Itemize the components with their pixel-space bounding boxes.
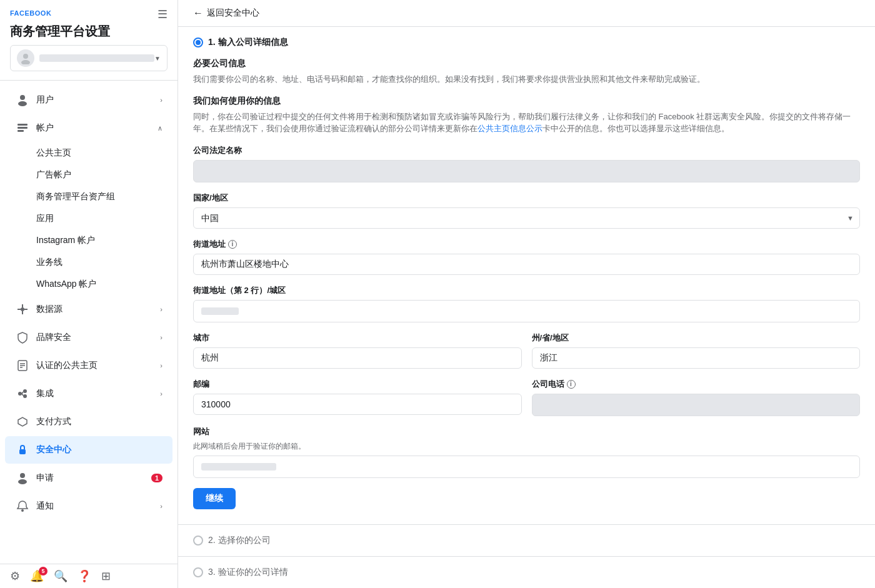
sidebar-subitem-ad-accounts[interactable]: 广告帐户	[5, 164, 172, 186]
users-label: 用户	[36, 94, 160, 106]
svg-rect-4	[18, 124, 28, 126]
help-icon[interactable]: ❓	[78, 569, 91, 583]
continue-button[interactable]: 继续	[193, 488, 236, 509]
step-2-header[interactable]: 2. 选择你的公司	[178, 525, 875, 556]
sidebar-item-integration[interactable]: 集成 ›	[5, 380, 172, 407]
sidebar-item-brand-safety[interactable]: 品牌安全 ›	[5, 324, 172, 351]
step-1-section: 1. 输入公司详细信息 必要公司信息 我们需要你公司的名称、地址、电话号码和邮箱…	[178, 27, 875, 525]
step-3-header[interactable]: 3. 验证你的公司详情	[178, 557, 875, 588]
svg-point-7	[21, 307, 24, 311]
state-group: 州/省/地区	[532, 332, 861, 369]
chevron-icon: ›	[160, 306, 162, 313]
integration-icon	[15, 386, 30, 401]
website-label: 网站	[193, 426, 860, 437]
sidebar-subitem-instagram[interactable]: Instagram 帐户	[5, 230, 172, 251]
sidebar-item-datasource[interactable]: 数据源 ›	[5, 296, 172, 323]
sidebar-header: FACEBOOK ☰ 商务管理平台设置 ▼	[0, 0, 178, 81]
company-name-group: 公司法定名称	[193, 145, 860, 182]
users-icon	[15, 92, 30, 107]
shield-icon	[15, 330, 30, 345]
back-arrow-icon: ←	[193, 7, 203, 19]
step-2-section: 2. 选择你的公司	[178, 525, 875, 557]
apply-badge: 1	[151, 474, 162, 482]
sidebar-item-security[interactable]: 安全中心	[5, 436, 172, 464]
bell-icon[interactable]: 🔔 5	[30, 569, 44, 583]
zip-phone-row: 邮编 公司电话 i	[193, 379, 860, 426]
account-name	[39, 54, 154, 62]
country-group: 国家/地区 中国 美国 日本 ▼	[193, 192, 860, 229]
step-3-section: 3. 验证你的公司详情	[178, 557, 875, 589]
certified-pages-label: 认证的公共主页	[36, 360, 160, 371]
step-3-title: 3. 验证你的公司详情	[208, 567, 288, 578]
sidebar-nav: 用户 › 帐户 ∧ 公共主页 广告帐户 商务管理平台资产组 应用 Instagr…	[0, 81, 178, 564]
chevron-icon: ›	[160, 96, 162, 104]
city-group: 城市	[193, 332, 522, 369]
city-input[interactable]	[193, 347, 522, 369]
website-input-wrapper	[193, 456, 860, 478]
svg-line-20	[22, 394, 23, 396]
main-content: 1. 输入公司详细信息 必要公司信息 我们需要你公司的名称、地址、电话号码和邮箱…	[178, 27, 875, 588]
datasource-icon	[15, 302, 30, 317]
sidebar-item-notify[interactable]: 通知 ›	[5, 492, 172, 520]
street-address2-input-wrapper	[193, 300, 860, 322]
search-icon[interactable]: 🔍	[54, 569, 68, 583]
sidebar-item-certified-pages[interactable]: 认证的公共主页 ›	[5, 352, 172, 379]
state-label: 州/省/地区	[532, 332, 861, 344]
svg-point-23	[18, 479, 27, 484]
apply-icon	[15, 471, 30, 486]
sidebar-subitem-whatsapp[interactable]: WhatsApp 帐户	[5, 274, 172, 295]
hamburger-icon[interactable]: ☰	[158, 7, 168, 21]
country-select-wrapper: 中国 美国 日本 ▼	[193, 207, 860, 229]
svg-line-19	[22, 392, 23, 394]
street-address-info-icon: i	[228, 240, 237, 249]
how-we-use-title: 我们如何使用你的信息	[193, 96, 860, 107]
street-address2-group: 街道地址（第 2 行）/城区	[193, 285, 860, 322]
sidebar-item-payment[interactable]: 支付方式	[5, 408, 172, 436]
chevron-icon: ›	[160, 502, 162, 510]
svg-point-16	[18, 392, 22, 396]
accounts-icon	[15, 121, 30, 136]
required-info-title: 必要公司信息	[193, 58, 860, 69]
website-blurred	[201, 463, 276, 471]
svg-point-22	[20, 473, 25, 478]
topbar: ← 返回安全中心	[178, 0, 875, 27]
payment-icon	[15, 414, 30, 429]
sidebar-subitem-apps[interactable]: 应用	[5, 208, 172, 229]
svg-point-1	[21, 60, 30, 64]
state-input[interactable]	[532, 347, 861, 369]
street-address2-blurred	[201, 307, 239, 315]
security-label: 安全中心	[36, 444, 162, 456]
country-select[interactable]: 中国 美国 日本	[193, 207, 860, 229]
settings-icon[interactable]: ⚙	[10, 569, 20, 583]
street-address2-label: 街道地址（第 2 行）/城区	[193, 285, 860, 296]
svg-point-3	[18, 101, 27, 106]
sidebar-item-users[interactable]: 用户 ›	[5, 86, 172, 114]
certified-icon	[15, 358, 30, 373]
sidebar-item-accounts[interactable]: 帐户 ∧	[5, 114, 172, 142]
country-label: 国家/地区	[193, 192, 860, 204]
grid-icon[interactable]: ⊞	[101, 569, 111, 583]
zip-input[interactable]	[193, 394, 522, 415]
notify-icon	[15, 499, 30, 514]
brand-label: FACEBOOK	[10, 9, 51, 17]
sidebar-subitem-asset-groups[interactable]: 商务管理平台资产组	[5, 186, 172, 207]
lock-icon	[15, 442, 30, 457]
svg-point-24	[21, 509, 24, 512]
step-1-header[interactable]: 1. 输入公司详细信息	[178, 27, 875, 58]
svg-rect-5	[18, 127, 28, 129]
sidebar: FACEBOOK ☰ 商务管理平台设置 ▼ 用户 › 帐户 ∧	[0, 0, 178, 588]
sidebar-subitem-business-lines[interactable]: 业务线	[5, 252, 172, 273]
phone-input-blurred[interactable]	[532, 394, 861, 416]
step-1-body: 必要公司信息 我们需要你公司的名称、地址、电话号码和邮箱，才能查找你的组织。如果…	[178, 58, 875, 524]
street-address-group: 街道地址 i	[193, 239, 860, 275]
sidebar-item-apply[interactable]: 申请 1	[5, 464, 172, 492]
company-name-input-blurred[interactable]	[193, 160, 860, 182]
accounts-label: 帐户	[36, 122, 158, 134]
sidebar-subitem-pages[interactable]: 公共主页	[5, 142, 172, 164]
street-address-input[interactable]	[193, 254, 860, 275]
step-1-title: 1. 输入公司详细信息	[208, 37, 288, 48]
account-selector[interactable]: ▼	[10, 45, 168, 71]
back-button[interactable]: ← 返回安全中心	[193, 7, 259, 19]
company-name-label: 公司法定名称	[193, 145, 860, 156]
avatar	[17, 49, 34, 67]
